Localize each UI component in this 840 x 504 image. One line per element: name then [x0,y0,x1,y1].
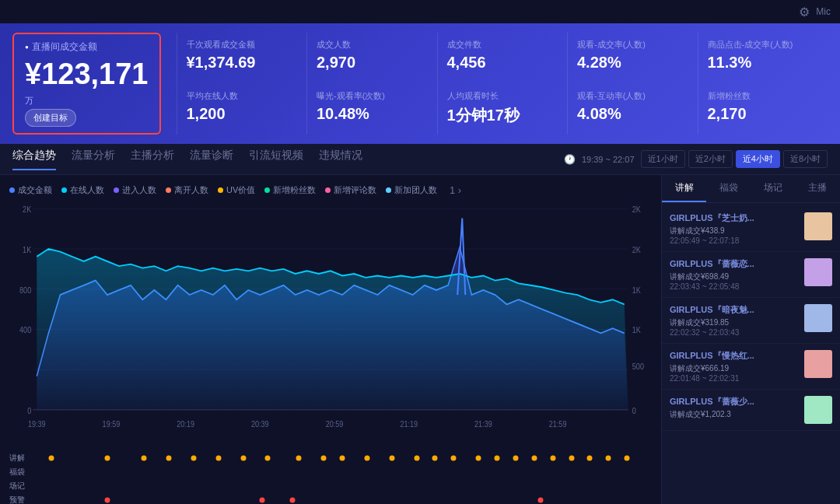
product-thumbnail [804,396,832,424]
legend-page: 1 › [446,184,461,196]
time-range: 19:39 ~ 22:07 [582,155,635,164]
event-dot [569,456,574,461]
time-btn-近1小时[interactable]: 近1小时 [641,150,685,168]
right-tab-主播[interactable]: 主播 [796,175,840,202]
legend-dot [166,187,171,193]
metrics-grid: 千次观看成交金额¥1,374.69成交人数2,970成交件数4,456观看-成交… [177,33,828,135]
svg-text:20:39: 20:39 [251,419,269,429]
right-item-title: GIRLPLUS『芝士奶... [670,212,798,224]
metrics-bar: 直播间成交金额 ¥123,171 万 创建目标 千次观看成交金额¥1,374.6… [0,23,840,144]
gear-icon[interactable]: ⚙ [799,5,810,19]
legend-dot [264,187,270,193]
metric-cell-7: 人均观看时长1分钟17秒 [437,84,568,135]
event-dots-area [33,479,652,493]
event-dot [432,456,438,461]
right-list-item-0: GIRLPLUS『芝士奶... 讲解成交¥438.9 22:05:49 ~ 22… [662,206,840,252]
legend-next-arrow[interactable]: 1 › [446,184,461,196]
svg-text:2K: 2K [632,245,641,254]
event-dot [476,456,481,461]
event-row-label: 预警 [9,495,33,504]
right-item-title: GIRLPLUS『暗夜魅... [670,304,798,316]
event-dot [451,456,457,461]
event-dot [625,456,630,461]
right-item-info: GIRLPLUS『蔷薇少... 讲解成交¥1,202.3 [670,396,798,420]
event-dot [513,456,518,461]
svg-text:19:39: 19:39 [28,419,46,429]
event-dot [340,456,345,461]
metric-cell-1: 成交人数2,970 [306,33,437,84]
chart-svg: 2K 1K 800 400 0 2K 2K 1K 1K 500 0 19:39 … [9,199,652,448]
create-goal-button[interactable]: 创建目标 [25,109,76,127]
metric-cell-8: 观看-互动率(人数)4.08% [567,84,698,135]
tab-流量分析[interactable]: 流量分析 [72,149,115,170]
event-dots-area [33,493,652,504]
event-dot [321,456,327,461]
svg-text:1K: 1K [632,325,641,334]
right-item-info: GIRLPLUS『慢热红... 讲解成交¥666.19 22:01:48 ~ 2… [670,350,798,383]
svg-text:20:19: 20:19 [177,419,194,429]
event-dot [550,456,555,461]
svg-text:2K: 2K [23,205,31,214]
right-item-sales: 讲解成交¥666.19 [670,363,798,374]
event-dot [240,456,246,461]
event-dots-area [33,465,652,479]
metric-cell-2: 成交件数4,456 [437,33,568,84]
legend-dot [386,187,391,193]
right-item-time: 22:05:49 ~ 22:07:18 [670,236,798,245]
tab-流量诊断[interactable]: 流量诊断 [190,149,233,170]
right-list-item-3: GIRLPLUS『慢热红... 讲解成交¥666.19 22:01:48 ~ 2… [662,344,840,390]
events-timeline: 讲解福袋场记预警主播 [9,451,652,504]
tab-违规情况[interactable]: 违规情况 [319,149,362,170]
product-thumbnail [804,212,832,240]
right-item-time: 22:02:32 ~ 22:03:43 [670,328,798,337]
right-item-title: GIRLPLUS『蔷薇少... [670,396,798,408]
right-item-info: GIRLPLUS『芝士奶... 讲解成交¥438.9 22:05:49 ~ 22… [670,212,798,245]
metric-cell-6: 曝光-观看率(次数)10.48% [306,84,437,135]
time-btn-近8小时[interactable]: 近8小时 [783,150,828,168]
svg-text:500: 500 [632,362,644,371]
event-dot [296,456,302,461]
event-row-福袋: 福袋 [9,465,652,479]
tab-主播分析[interactable]: 主播分析 [131,149,174,170]
svg-text:21:19: 21:19 [400,419,418,429]
metric-cell-5: 平均在线人数1,200 [177,84,307,135]
chart-area: 成交金额在线人数进入人数离开人数UV价值新增粉丝数新增评论数新加团人数 1 › … [0,175,661,504]
tab-综合趋势[interactable]: 综合趋势 [12,149,56,170]
svg-text:800: 800 [19,285,31,295]
legend-item-新加团人数: 新加团人数 [386,184,437,196]
metric-cell-9: 新增粉丝数2,170 [698,84,828,135]
main-content: 成交金额在线人数进入人数离开人数UV价值新增粉丝数新增评论数新加团人数 1 › … [0,175,840,504]
svg-text:20:59: 20:59 [326,419,344,429]
metric-cell-0: 千次观看成交金额¥1,374.69 [177,33,307,84]
legend-item-离开人数: 离开人数 [166,184,208,196]
time-btn-近2小时[interactable]: 近2小时 [688,150,733,168]
legend-item-成交金额: 成交金额 [9,184,52,196]
time-btn-近4小时[interactable]: 近4小时 [736,150,780,168]
mic-label: Mic [816,6,831,17]
right-item-sales: 讲解成交¥1,202.3 [670,409,798,420]
right-tab-讲解[interactable]: 讲解 [662,175,706,202]
event-dots-area [33,451,652,465]
event-row-讲解: 讲解 [9,451,652,465]
right-tab-场记[interactable]: 场记 [751,175,796,202]
legend-dot [61,187,67,193]
legend-item-新增粉丝数: 新增粉丝数 [264,184,316,196]
right-tab-福袋[interactable]: 福袋 [706,175,751,202]
event-dot [104,498,110,503]
right-item-time: 22:03:43 ~ 22:05:48 [670,282,798,291]
right-list-item-1: GIRLPLUS『蔷薇恋... 讲解成交¥698.49 22:03:43 ~ 2… [662,252,840,298]
event-dot [389,456,394,461]
tab-引流短视频[interactable]: 引流短视频 [249,149,303,170]
event-dot [48,456,54,461]
right-list-item-2: GIRLPLUS『暗夜魅... 讲解成交¥319.85 22:02:32 ~ 2… [662,298,840,344]
legend-item-新增评论数: 新增评论数 [325,184,376,196]
right-item-sales: 讲解成交¥319.85 [670,317,798,328]
legend-dot [114,187,119,193]
event-row-label: 讲解 [9,453,33,464]
event-dot [259,498,264,503]
legend-bar: 成交金额在线人数进入人数离开人数UV价值新增粉丝数新增评论数新加团人数 1 › [9,181,652,199]
right-item-sales: 讲解成交¥438.9 [670,226,798,236]
event-dot [215,456,221,461]
right-list-item-4: GIRLPLUS『蔷薇少... 讲解成交¥1,202.3 [662,390,840,431]
event-dot [364,456,369,461]
